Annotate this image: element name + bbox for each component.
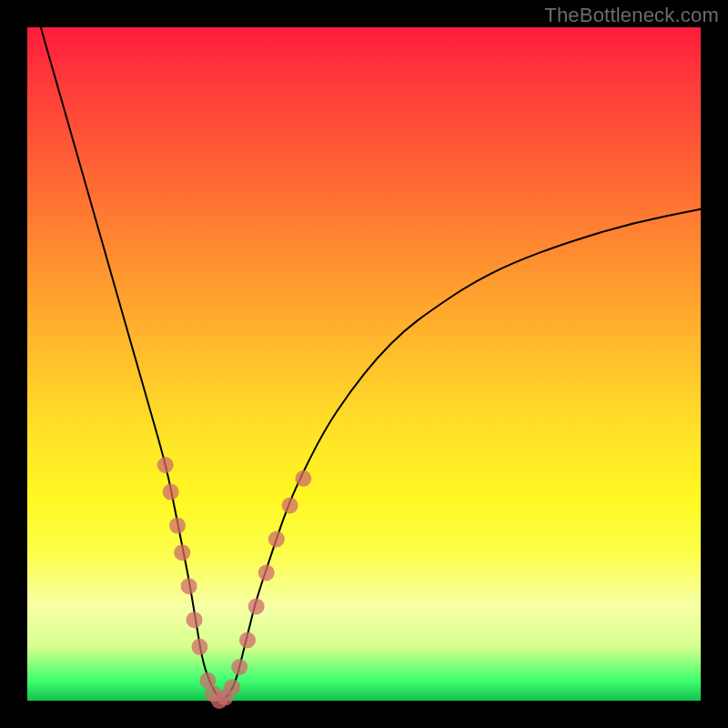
chart-frame: TheBottleneck.com — [0, 0, 728, 728]
watermark-text: TheBottleneck.com — [544, 4, 719, 27]
data-marker — [239, 632, 256, 648]
chart-svg — [27, 27, 701, 701]
data-marker — [224, 679, 240, 695]
data-marker — [163, 484, 179, 500]
data-marker — [191, 639, 207, 655]
plot-area — [27, 27, 701, 701]
data-marker — [258, 564, 275, 581]
marker-group — [157, 457, 312, 709]
data-marker — [231, 659, 248, 675]
data-marker — [181, 578, 197, 594]
data-marker — [282, 497, 298, 513]
data-marker — [157, 457, 174, 473]
data-marker — [169, 518, 186, 534]
data-marker — [248, 598, 265, 614]
data-marker — [187, 612, 203, 628]
data-marker — [295, 470, 311, 487]
bottleneck-curve — [41, 27, 701, 699]
data-marker — [174, 544, 190, 561]
data-marker — [268, 531, 285, 547]
